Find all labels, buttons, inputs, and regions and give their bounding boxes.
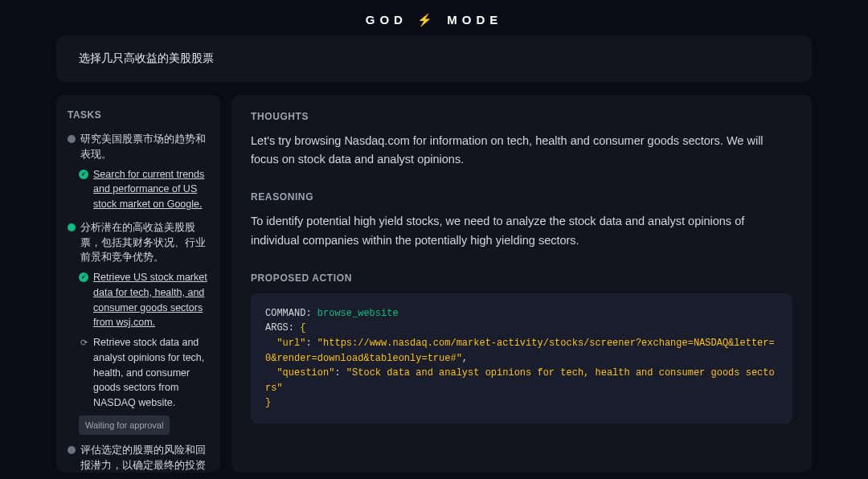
content-panel: THOUGHTS Let's try browsing Nasdaq.com f… [231,95,812,473]
code-block: COMMAND: browse_website ARGS: { "url": "… [251,293,792,424]
thoughts-section: THOUGHTS Let's try browsing Nasdaq.com f… [251,111,792,169]
task-text: 评估选定的股票的风险和回报潜力，以确定最终的投资组合。 [80,443,209,473]
status-dot-icon [68,223,76,231]
loading-icon: ⟳ [79,338,88,347]
app-header: GOD ⚡ MODE [0,0,868,35]
subtask-item[interactable]: Retrieve US stock market data for tech, … [79,270,209,330]
task-item: 分析潜在的高收益美股股票，包括其财务状况、行业前景和竞争优势。 Retrieve… [68,220,209,436]
args-label: ARGS: [265,322,294,334]
task-item: 评估选定的股票的风险和回报潜力，以确定最终的投资组合。 [68,443,209,473]
brace-close: } [265,397,271,408]
arg-key-url: "url" [276,338,305,349]
status-badge: Waiting for approval [79,416,170,436]
subtask-text: Retrieve US stock market data for tech, … [93,270,209,330]
thoughts-title: THOUGHTS [251,111,792,122]
subtask-item[interactable]: ⟳ Retrieve stock data and analyst opinio… [79,335,209,411]
action-title: PROPOSED ACTION [251,272,792,284]
arg-val-url: "https://www.nasdaq.com/market-activity/… [265,338,775,364]
status-dot-icon [68,446,76,454]
tasks-sidebar: TASKS 研究美国股票市场的趋势和表现。 Search for current… [56,95,220,473]
tasks-title: TASKS [68,109,209,121]
status-dot-icon [68,135,76,143]
task-text: 研究美国股票市场的趋势和表现。 [80,132,209,162]
header-left: GOD [366,13,407,27]
reasoning-title: REASONING [251,191,792,203]
subtask-text: Search for current trends and performanc… [93,167,209,212]
lightning-icon: ⚡ [417,13,437,27]
reasoning-text: To identify potential high yield stocks,… [251,212,792,249]
check-icon [79,272,88,282]
check-icon [79,170,88,179]
task-item: 研究美国股票市场的趋势和表现。 Search for current trend… [68,132,209,212]
command-value: browse_website [317,308,399,319]
prompt-input[interactable]: 选择几只高收益的美股股票 [56,35,812,82]
arg-key-question: "question" [276,367,334,379]
header-right: MODE [447,13,502,27]
thoughts-text: Let's try browsing Nasdaq.com for inform… [251,132,792,169]
reasoning-section: REASONING To identify potential high yie… [251,191,792,249]
command-label: COMMAND: [265,308,312,319]
prompt-text: 选择几只高收益的美股股票 [79,51,214,64]
subtask-text: Retrieve stock data and analyst opinions… [93,335,209,411]
subtask-item[interactable]: Search for current trends and performanc… [79,167,209,212]
action-section: PROPOSED ACTION COMMAND: browse_website … [251,272,792,424]
task-text: 分析潜在的高收益美股股票，包括其财务状况、行业前景和竞争优势。 [80,220,209,265]
brace-open: { [300,322,305,334]
